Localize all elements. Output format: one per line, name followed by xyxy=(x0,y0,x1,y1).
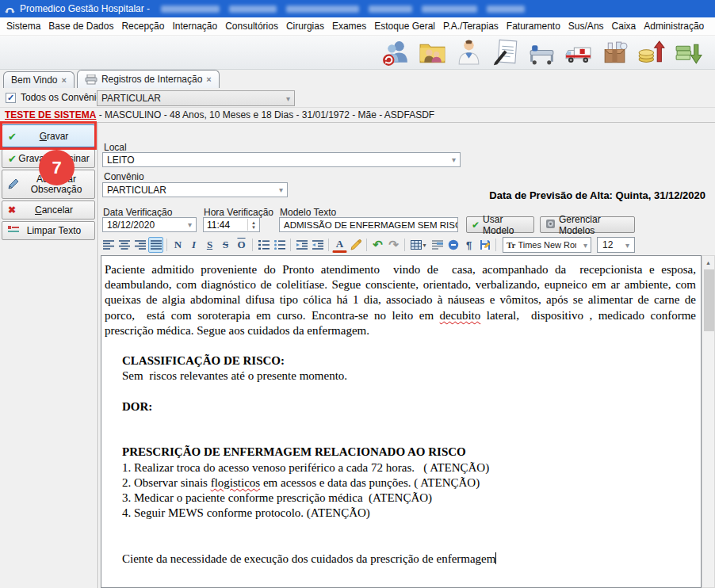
divider xyxy=(166,239,167,251)
italic-button[interactable]: I xyxy=(186,237,201,253)
menu-pa-terapias[interactable]: P.A./Terapias xyxy=(439,18,503,34)
underline-button[interactable]: S xyxy=(202,237,217,253)
previsao-alta-text: Data de Previsão de Alta: Quinta, 31/12/… xyxy=(428,189,705,201)
insert-field-button[interactable] xyxy=(430,237,445,253)
editor-toolbar: N I S S O A ↶ ↷ ▾ xyxy=(101,235,635,254)
save-text-button[interactable] xyxy=(477,237,492,253)
divider xyxy=(290,239,291,251)
strikethrough-button[interactable]: S xyxy=(218,237,233,253)
gerenciar-modelos-button[interactable]: Gerenciar Modelos xyxy=(540,216,635,233)
menu-internacao[interactable]: Internação xyxy=(168,18,221,34)
document-sign-icon[interactable] xyxy=(491,38,520,67)
align-justify-button[interactable] xyxy=(148,237,163,253)
menu-exames[interactable]: Exames xyxy=(328,18,370,34)
outdent-button[interactable] xyxy=(310,237,325,253)
menu-faturamento[interactable]: Faturamento xyxy=(503,18,564,34)
modelo-texto-value: ADMISSÃO DE ENFERMAGEM SEM RISCOS xyxy=(284,220,458,230)
patient-details: - MASCULINO - 48 Anos, 10 Meses e 18 Dia… xyxy=(96,109,434,120)
divider xyxy=(328,239,329,251)
hyphenation-button[interactable] xyxy=(445,237,461,253)
local-label: Local xyxy=(104,142,127,153)
hospital-bed-icon[interactable] xyxy=(527,38,556,67)
highlight-button[interactable] xyxy=(348,237,363,253)
align-center-button[interactable] xyxy=(117,237,132,253)
chevron-down-icon: ▾ xyxy=(583,241,587,250)
misspelled-word: decubito xyxy=(440,309,481,322)
menu-estoque-geral[interactable]: Estoque Geral xyxy=(370,18,439,34)
window-title: Promedico Gestão Hospitalar - xyxy=(20,3,150,14)
usar-modelo-button[interactable]: ✔ Usar Modelo xyxy=(466,216,534,233)
editor-text-line: Paciente admitido proveniente do Pronto … xyxy=(105,262,696,277)
font-color-button[interactable]: A xyxy=(332,237,347,253)
gear-doc-icon xyxy=(545,219,556,231)
revenue-up-icon[interactable] xyxy=(637,38,666,67)
editor-text-line: Sem riscos relevantes até o presente mom… xyxy=(105,368,696,384)
patients-folder-icon[interactable] xyxy=(418,38,447,67)
menu-administracao[interactable]: Administração xyxy=(640,18,708,34)
tab-registros-internacao[interactable]: Registros de Internação × xyxy=(77,70,220,88)
modelo-texto-combobox[interactable]: ADMISSÃO DE ENFERMAGEM SEM RISCOS ▾ xyxy=(279,217,458,232)
stock-box-icon[interactable] xyxy=(600,38,629,67)
doctor-icon[interactable] xyxy=(454,38,484,67)
numbered-list-button[interactable] xyxy=(256,237,271,253)
scroll-up-icon[interactable]: ▲ xyxy=(702,256,714,269)
menu-caixa[interactable]: Caixa xyxy=(608,18,640,34)
annotation-step-number: 7 xyxy=(52,158,61,178)
align-right-button[interactable] xyxy=(132,237,147,253)
bold-button[interactable]: N xyxy=(170,237,185,253)
ambulance-icon[interactable] xyxy=(564,38,593,67)
menu-recepcao[interactable]: Recepção xyxy=(117,18,168,34)
hora-verificacao-spinner[interactable]: 11:44 ▲ ▼ xyxy=(203,217,260,232)
editor-scrollbar[interactable]: ▲ xyxy=(702,255,715,588)
convenio-filter-value: PARTICULAR xyxy=(101,93,161,104)
scrollbar-thumb[interactable] xyxy=(704,269,714,331)
undo-button[interactable]: ↶ xyxy=(370,237,385,253)
divider xyxy=(252,239,253,251)
convenio-combobox[interactable]: PARTICULAR ▾ xyxy=(102,182,288,197)
gravar-button[interactable]: ✔ Gravar xyxy=(2,124,95,147)
convenio-filter-combobox[interactable]: PARTICULAR ▾ xyxy=(97,90,295,106)
app-logo-icon xyxy=(4,3,16,15)
align-left-button[interactable] xyxy=(101,237,116,253)
chevron-down-icon: ▾ xyxy=(286,94,290,103)
title-bar: Promedico Gestão Hospitalar - xyxy=(0,0,715,17)
paragraph-marks-button[interactable]: ¶ xyxy=(461,237,476,253)
tab-close-icon[interactable]: × xyxy=(206,74,211,84)
indent-button[interactable] xyxy=(294,237,309,253)
font-icon: Tr xyxy=(507,240,515,250)
bullet-list-button[interactable] xyxy=(272,237,287,253)
divider xyxy=(366,239,367,251)
font-size-combobox[interactable]: 12 ▾ xyxy=(597,237,635,253)
check-icon: ✔ xyxy=(472,220,480,231)
tab-bem-vindo[interactable]: Bem Vindo × xyxy=(3,71,75,88)
gerenciar-modelos-label: Gerenciar Modelos xyxy=(559,214,629,236)
limpar-texto-button[interactable]: Limpar Texto xyxy=(2,221,95,240)
editor-list-item: 2. Observar sinais flogisticos em acesso… xyxy=(105,475,696,491)
todos-convenios-checkbox[interactable]: ✓ xyxy=(6,93,16,103)
patient-name: TESTE DE SISTEMA xyxy=(5,109,96,120)
font-name-combobox[interactable]: Tr Times New Roman ▾ xyxy=(503,237,591,253)
menu-consultorios[interactable]: Consultórios xyxy=(221,18,282,34)
cancelar-button[interactable]: ✖ Cancelar xyxy=(2,200,95,220)
tab-close-icon[interactable]: × xyxy=(61,75,66,85)
redo-button[interactable]: ↷ xyxy=(386,237,401,253)
rich-text-editor[interactable]: Paciente admitido proveniente do Pronto … xyxy=(101,255,702,588)
misspelled-word: flogisticos xyxy=(211,476,261,489)
local-combobox[interactable]: LEITO ▾ xyxy=(102,152,461,167)
sync-patients-icon[interactable] xyxy=(381,38,411,67)
editor-list-item: 1. Realizar troca do acesso venoso perif… xyxy=(105,460,696,475)
limpar-texto-label: Limpar Texto xyxy=(16,225,81,236)
editor-text-segment: em acessos e data das punções. ( ATENÇÃO… xyxy=(260,476,480,489)
menu-base-de-dados[interactable]: Base de Dados xyxy=(44,18,117,34)
spin-down-icon[interactable]: ▼ xyxy=(251,225,256,230)
chevron-down-icon: ▾ xyxy=(279,185,283,194)
overline-button[interactable]: O xyxy=(234,237,249,253)
menu-sus-ans[interactable]: Sus/Ans xyxy=(564,18,608,34)
insert-table-button[interactable]: ▾ xyxy=(408,237,429,253)
expense-down-icon[interactable] xyxy=(673,38,702,67)
data-verificacao-combobox[interactable]: 18/12/2020 ▾ xyxy=(102,217,197,232)
spinner-arrows[interactable]: ▲ ▼ xyxy=(247,219,256,231)
menu-sistema[interactable]: Sistema xyxy=(2,18,44,34)
hora-verificacao-value: 11:44 xyxy=(207,220,230,231)
menu-cirurgias[interactable]: Cirurgias xyxy=(282,18,328,34)
